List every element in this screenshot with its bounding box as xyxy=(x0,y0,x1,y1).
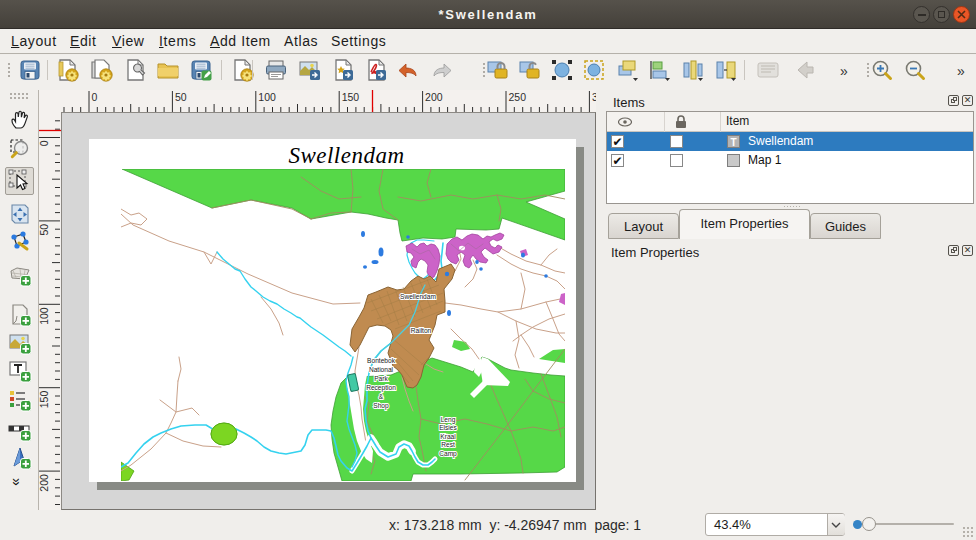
svg-text:National: National xyxy=(368,366,393,373)
svg-text:Bontebok: Bontebok xyxy=(367,357,396,364)
svg-text:50: 50 xyxy=(175,91,187,103)
svg-text:Park: Park xyxy=(374,375,388,382)
svg-text:200: 200 xyxy=(39,474,50,492)
svg-text:Kraal: Kraal xyxy=(440,433,456,440)
svg-text:200: 200 xyxy=(425,91,443,103)
svg-text:0: 0 xyxy=(39,140,50,146)
svg-text:150: 150 xyxy=(342,91,360,103)
svg-text:300: 300 xyxy=(592,91,596,103)
svg-text:250: 250 xyxy=(509,91,527,103)
svg-text:100: 100 xyxy=(39,307,50,325)
svg-text:100: 100 xyxy=(258,91,276,103)
svg-text:150: 150 xyxy=(39,391,50,409)
svg-text:Leng: Leng xyxy=(440,416,455,424)
svg-text:0: 0 xyxy=(92,91,98,103)
svg-text:&: & xyxy=(378,393,383,400)
svg-text:50: 50 xyxy=(39,224,50,236)
svg-text:Railton: Railton xyxy=(410,327,431,334)
svg-text:Shop: Shop xyxy=(373,402,389,410)
svg-text:Swellendam: Swellendam xyxy=(400,293,436,300)
svg-text:Rest: Rest xyxy=(441,441,455,448)
svg-text:Elsies: Elsies xyxy=(439,424,457,431)
svg-text:Reception: Reception xyxy=(366,384,396,392)
svg-text:Camp: Camp xyxy=(439,450,457,458)
